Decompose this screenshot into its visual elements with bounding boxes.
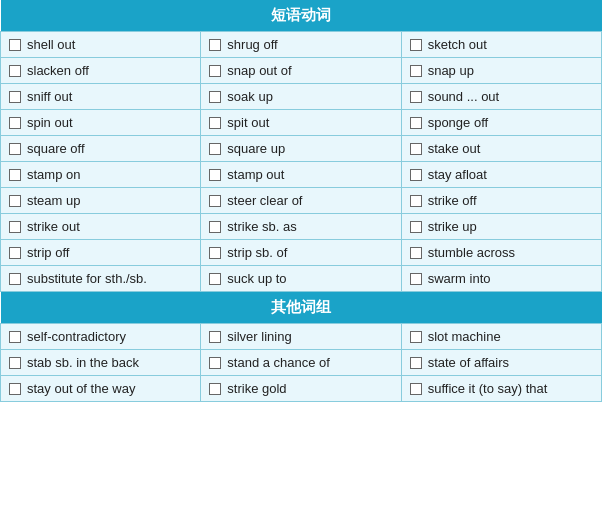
- cell-label: silver lining: [227, 329, 291, 344]
- checkbox[interactable]: [410, 117, 422, 129]
- table-row: slacken offsnap out ofsnap up: [1, 58, 602, 84]
- cell-label: strike gold: [227, 381, 286, 396]
- table-cell: strike sb. as: [201, 214, 401, 240]
- checkbox[interactable]: [9, 117, 21, 129]
- checkbox[interactable]: [209, 221, 221, 233]
- table-cell: stab sb. in the back: [1, 350, 201, 376]
- checkbox[interactable]: [410, 65, 422, 77]
- cell-label: square off: [27, 141, 85, 156]
- table-row: stay out of the waystrike goldsuffice it…: [1, 376, 602, 402]
- cell-label: stake out: [428, 141, 481, 156]
- checkbox[interactable]: [9, 91, 21, 103]
- checkbox[interactable]: [209, 91, 221, 103]
- table-cell: self-contradictory: [1, 324, 201, 350]
- table-row: stab sb. in the backstand a chance ofsta…: [1, 350, 602, 376]
- table-cell: square up: [201, 136, 401, 162]
- cell-label: substitute for sth./sb.: [27, 271, 147, 286]
- checkbox[interactable]: [9, 357, 21, 369]
- cell-label: strike sb. as: [227, 219, 296, 234]
- table-row: self-contradictorysilver liningslot mach…: [1, 324, 602, 350]
- cell-label: state of affairs: [428, 355, 509, 370]
- checkbox[interactable]: [410, 221, 422, 233]
- table-cell: strike gold: [201, 376, 401, 402]
- table-cell: stamp out: [201, 162, 401, 188]
- checkbox[interactable]: [9, 195, 21, 207]
- cell-label: stand a chance of: [227, 355, 330, 370]
- cell-label: sound ... out: [428, 89, 500, 104]
- checkbox[interactable]: [410, 357, 422, 369]
- table-cell: snap up: [401, 58, 601, 84]
- cell-label: stumble across: [428, 245, 515, 260]
- checkbox[interactable]: [9, 383, 21, 395]
- checkbox[interactable]: [9, 221, 21, 233]
- cell-label: slacken off: [27, 63, 89, 78]
- checkbox[interactable]: [9, 273, 21, 285]
- checkbox[interactable]: [410, 331, 422, 343]
- table-cell: sketch out: [401, 32, 601, 58]
- table-row: strike outstrike sb. asstrike up: [1, 214, 602, 240]
- table-cell: sound ... out: [401, 84, 601, 110]
- checkbox[interactable]: [410, 247, 422, 259]
- checkbox[interactable]: [410, 273, 422, 285]
- checkbox[interactable]: [209, 247, 221, 259]
- cell-label: strip sb. of: [227, 245, 287, 260]
- table-row: stamp onstamp outstay afloat: [1, 162, 602, 188]
- checkbox[interactable]: [209, 65, 221, 77]
- cell-label: sponge off: [428, 115, 488, 130]
- checkbox[interactable]: [209, 169, 221, 181]
- checkbox[interactable]: [9, 169, 21, 181]
- checkbox[interactable]: [9, 247, 21, 259]
- checkbox[interactable]: [410, 143, 422, 155]
- cell-label: square up: [227, 141, 285, 156]
- cell-label: steer clear of: [227, 193, 302, 208]
- checkbox[interactable]: [410, 169, 422, 181]
- checkbox[interactable]: [410, 91, 422, 103]
- table-row: shell outshrug offsketch out: [1, 32, 602, 58]
- table-cell: strip off: [1, 240, 201, 266]
- table-cell: stay out of the way: [1, 376, 201, 402]
- table-cell: sponge off: [401, 110, 601, 136]
- checkbox[interactable]: [209, 195, 221, 207]
- table-cell: shell out: [1, 32, 201, 58]
- table-cell: stamp on: [1, 162, 201, 188]
- checkbox[interactable]: [209, 39, 221, 51]
- table-cell: state of affairs: [401, 350, 601, 376]
- checkbox[interactable]: [410, 39, 422, 51]
- cell-label: spin out: [27, 115, 73, 130]
- table-row: strip offstrip sb. ofstumble across: [1, 240, 602, 266]
- table-cell: snap out of: [201, 58, 401, 84]
- table-row: steam upsteer clear ofstrike off: [1, 188, 602, 214]
- checkbox[interactable]: [410, 195, 422, 207]
- table-row: substitute for sth./sb.suck up toswarm i…: [1, 266, 602, 292]
- main-table: 短语动词shell outshrug offsketch outslacken …: [0, 0, 602, 402]
- checkbox[interactable]: [410, 383, 422, 395]
- checkbox[interactable]: [9, 143, 21, 155]
- cell-label: strip off: [27, 245, 69, 260]
- checkbox[interactable]: [9, 65, 21, 77]
- checkbox[interactable]: [209, 143, 221, 155]
- table-cell: stand a chance of: [201, 350, 401, 376]
- checkbox[interactable]: [9, 39, 21, 51]
- table-cell: substitute for sth./sb.: [1, 266, 201, 292]
- table-row: spin outspit outsponge off: [1, 110, 602, 136]
- cell-label: stab sb. in the back: [27, 355, 139, 370]
- checkbox[interactable]: [209, 383, 221, 395]
- table-cell: swarm into: [401, 266, 601, 292]
- table-cell: silver lining: [201, 324, 401, 350]
- cell-label: stay out of the way: [27, 381, 135, 396]
- cell-label: snap up: [428, 63, 474, 78]
- table-cell: strike off: [401, 188, 601, 214]
- table-cell: shrug off: [201, 32, 401, 58]
- cell-label: stay afloat: [428, 167, 487, 182]
- checkbox[interactable]: [209, 331, 221, 343]
- cell-label: stamp out: [227, 167, 284, 182]
- table-cell: suck up to: [201, 266, 401, 292]
- checkbox[interactable]: [209, 357, 221, 369]
- table-cell: soak up: [201, 84, 401, 110]
- checkbox[interactable]: [9, 331, 21, 343]
- section-header-phrasal-verbs: 短语动词: [1, 0, 602, 32]
- cell-label: slot machine: [428, 329, 501, 344]
- table-cell: stumble across: [401, 240, 601, 266]
- checkbox[interactable]: [209, 273, 221, 285]
- checkbox[interactable]: [209, 117, 221, 129]
